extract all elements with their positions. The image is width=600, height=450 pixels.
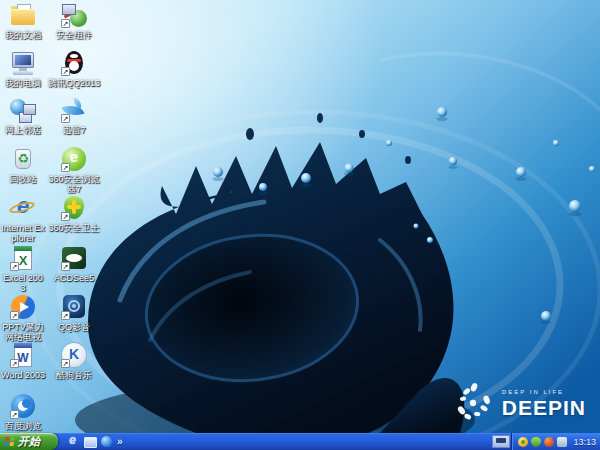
excel-icon (10, 245, 36, 271)
icon-label: Excel 2003 (1, 273, 45, 293)
icon-label: Word 2003 (1, 370, 45, 380)
icon-label: QQ影音 (45, 322, 103, 332)
icon-detail (17, 4, 31, 14)
icon-label: 360安全卫士 (45, 223, 103, 233)
icon-detail (14, 343, 32, 348)
desktop-icon-excel-2003[interactable]: Excel 2003 (1, 245, 45, 293)
acdsee-icon (61, 245, 87, 271)
icon-label: 安全组件 (45, 30, 103, 40)
icon-label: 360安全浏览器7 (45, 174, 103, 194)
icon-label: 腾讯QQ2013 (45, 78, 103, 88)
pptv-icon (10, 294, 36, 320)
icon-label: 迅雷7 (45, 125, 103, 135)
shortcut-arrow-icon (61, 311, 70, 320)
desktop-icon-word-2003[interactable]: Word 2003 (1, 342, 45, 380)
desktop-icon-qq-player[interactable]: QQ影音 (45, 294, 103, 332)
xunlei-icon (61, 97, 87, 123)
shortcut-arrow-icon (10, 359, 19, 368)
watermark-tagline: DEEP IN LIFE (502, 389, 586, 395)
desktop-icon-my-computer[interactable]: 我的电脑 (1, 50, 45, 88)
icon-label: 网上邻居 (1, 125, 45, 135)
shortcut-arrow-icon (10, 410, 19, 419)
360-safe-icon (61, 195, 87, 221)
qq-player-icon (61, 294, 87, 320)
desktop-screen: DEEP IN LIFE DEEPIN 我的文档 我的电脑 网上邻居 回收站 I… (0, 0, 600, 450)
desktop-icon-tencent-qq[interactable]: 腾讯QQ2013 (45, 50, 103, 88)
shortcut-arrow-icon (61, 262, 70, 271)
desktop-icon-security-component[interactable]: 安全组件 (45, 2, 103, 40)
shortcut-arrow-icon (61, 212, 70, 221)
device-tray-icon[interactable] (557, 437, 567, 447)
recycle-bin-icon (10, 146, 36, 172)
start-button-label: 开始 (18, 434, 40, 449)
desktop-icon-360-safe[interactable]: 360安全卫士 (45, 195, 103, 233)
qq-icon (61, 50, 87, 76)
quick-launch-overflow-chevron[interactable]: » (117, 436, 123, 447)
icon-label: PPTV聚力 网络电视 (1, 322, 45, 342)
media-player-quick-launch-icon[interactable] (100, 435, 113, 448)
taskbar-toolbar-button[interactable] (492, 435, 510, 448)
icon-detail (67, 205, 81, 209)
360-safe-tray-icon[interactable] (531, 437, 541, 447)
system-tray: 13:13 (511, 433, 600, 450)
icon-detail (71, 255, 77, 261)
my-documents-icon (10, 2, 36, 28)
baidu-browser-icon (10, 393, 36, 419)
windows-flag-icon (4, 437, 15, 447)
icon-detail (14, 246, 32, 251)
deepin-swirl-logo (452, 382, 494, 424)
icon-label: 酷狗音乐 (45, 370, 103, 380)
360-browser-icon (61, 146, 87, 172)
internet-explorer-icon (10, 195, 36, 221)
icon-detail (70, 54, 78, 58)
taskbar-clock[interactable]: 13:13 (573, 437, 596, 447)
my-computer-icon (10, 50, 36, 76)
icon-detail (67, 59, 81, 62)
taskbar: 开始 » 13:13 (0, 433, 600, 450)
shortcut-arrow-icon (61, 163, 70, 172)
desktop-icon-360-browser[interactable]: 360安全浏览器7 (45, 146, 103, 194)
icon-detail (64, 13, 72, 19)
desktop-icon-my-documents[interactable]: 我的文档 (1, 2, 45, 40)
desktop-icon-acdsee[interactable]: ACDSee5 (45, 245, 103, 283)
word-icon (10, 342, 36, 368)
quick-launch-bar: » (62, 433, 123, 450)
kugou-icon (61, 342, 87, 368)
shortcut-arrow-icon (10, 311, 19, 320)
icon-label: Internet Explorer (1, 223, 45, 243)
deepin-watermark: DEEP IN LIFE DEEPIN (452, 382, 586, 424)
desktop-icon-internet-explorer[interactable]: Internet Explorer (1, 195, 45, 243)
ie-quick-launch-icon[interactable] (66, 435, 79, 448)
icon-label: 回收站 (1, 174, 45, 184)
desktop-icon-recycle-bin[interactable]: 回收站 (1, 146, 45, 184)
icon-detail (13, 71, 33, 75)
desktop-icon-kugou[interactable]: 酷狗音乐 (45, 342, 103, 380)
360-antivirus-tray-icon[interactable] (518, 437, 528, 447)
shortcut-arrow-icon (10, 262, 19, 271)
icon-detail (72, 304, 76, 308)
icon-label: 我的文档 (1, 30, 45, 40)
shortcut-arrow-icon (61, 359, 70, 368)
icon-label: ACDSee5 (45, 273, 103, 283)
desktop-icon-xunlei[interactable]: 迅雷7 (45, 97, 103, 135)
icon-detail (19, 112, 32, 123)
network-places-icon (10, 97, 36, 123)
start-button[interactable]: 开始 (0, 433, 58, 450)
show-desktop-icon[interactable] (83, 435, 96, 448)
watermark-brand: DEEPIN (502, 397, 586, 418)
desktop-icon-network-places[interactable]: 网上邻居 (1, 97, 45, 135)
icon-label: 我的电脑 (1, 78, 45, 88)
shortcut-arrow-icon (61, 67, 70, 76)
security-component-icon (61, 2, 87, 28)
icon-detail (22, 399, 31, 408)
shortcut-arrow-icon (61, 114, 70, 123)
shortcut-arrow-icon (61, 19, 70, 28)
notifier-tray-icon[interactable] (544, 437, 554, 447)
desktop-icon-pptv[interactable]: PPTV聚力 网络电视 (1, 294, 45, 342)
